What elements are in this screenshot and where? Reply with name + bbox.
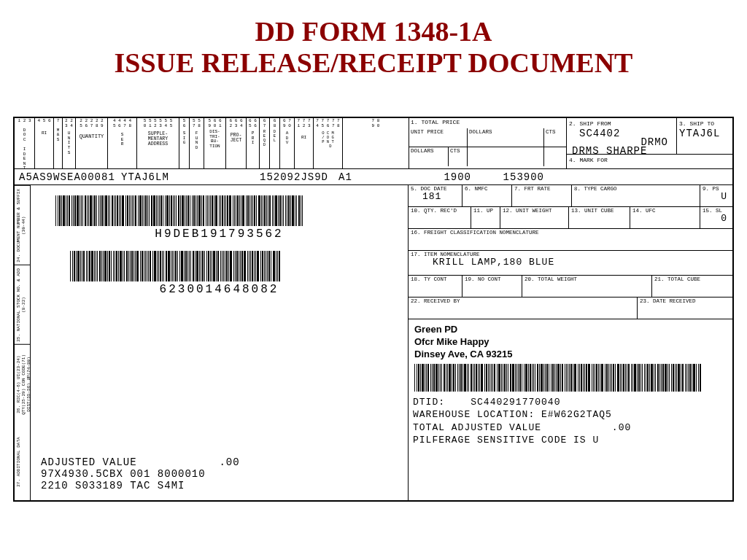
cts-label-2: CTS [449,147,468,166]
total-price-label: 1. TOTAL PRICE [411,119,460,125]
psc-line: PILFERAGE SENSITIVE CODE IS U [413,435,599,446]
left-area: H9DEB191793562 6230014648082 ADJUSTED VA… [31,185,409,502]
f23-lbl: 23. DATE RECEIVED [640,298,730,304]
f15-val: 0 [703,213,727,224]
f7-lbl: 7. FRT RATE [514,186,569,192]
f12-lbl: 12. UNIT WEIGHT [503,208,566,214]
dtid-label: DTID: [413,397,445,408]
unit-price-label: UNIT PRICE [409,128,468,147]
dd-form-1348: 1 2 3DOCIDENT 4 5 6RI 7M&S 2 23 4UNITS 2… [13,117,734,502]
f18-lbl: 18. TY CONT [411,276,460,282]
barcode-3 [414,364,727,392]
adjusted-value-line: ADJUSTED VALUE .00 [41,456,398,468]
code-line-1: 97X4930.5CBX 001 8000010 [41,468,398,480]
side-labels: 24. DOCUMENT NUMBER & SUFFIX (30-44) 25.… [15,185,31,502]
title-line-2: ISSUE RELEASE/RECEIPT DOCUMENT [0,47,747,79]
side-24: 24. DOCUMENT NUMBER & SUFFIX (30-44) [15,185,30,265]
f8-lbl: 8. TYPE CARGO [574,186,697,192]
barcode-2 [70,251,311,281]
supp-addr-val: YTAJ6LM [121,171,260,182]
ea-qty-val: EA00081 [67,171,121,182]
ship-box: 2. SHIP FROM SC4402 DRMO DRMS SHARPE 3. … [567,118,732,168]
f22-lbl: 22. RECEIVED BY [411,298,635,304]
dtid-val: SC440291770040 [471,397,560,408]
n1900-val: 1900 [407,171,471,182]
barcode-2-label: 6230014648082 [41,283,398,296]
proj-val: 152092JS9D [260,171,338,182]
f10-lbl: 10. QTY. REC'D [411,208,468,214]
cts-label: CTS [544,128,566,147]
barcode-1-label: H9DEB191793562 [41,228,398,241]
f16-lbl: 16. FREIGHT CLASSIFICATION NOMENCLATURE [411,230,730,236]
f17-val: KRILL LAMP,180 BLUE [433,257,730,268]
f19-lbl: 19. NO CONT [465,276,519,282]
f14-lbl: 14. UFC [632,208,697,214]
doc-ident-val: A5AS9WS [19,171,67,182]
side-25: 25. NATIONAL STOCK NO. & ADD (8-22) [15,265,30,344]
f9-val: U [703,191,727,202]
mark-for-label: 4. MARK FOR [569,157,608,163]
tav-line: TOTAL ADJUSTED VALUE .00 [413,422,631,433]
dollars-label-2: DOLLARS [409,147,449,166]
f6-lbl: 6. NMFC [465,186,509,192]
data-line: A5AS9WS EA00081 YTAJ6LM 152092JS9D A1 19… [15,169,732,185]
a1-val: A1 [338,171,407,182]
addr-l2: Ofcr Mike Happy [414,336,732,349]
top-row: 1 2 3DOCIDENT 4 5 6RI 7M&S 2 23 4UNITS 2… [15,118,732,169]
lower-section: 24. DOCUMENT NUMBER & SUFFIX (30-44) 25.… [15,185,732,502]
f20-lbl: 20. TOTAL WEIGHT [525,276,649,282]
title-line-1: DD FORM 1348-1A [0,16,747,47]
addr-l1: Green PD [414,324,732,336]
ship-to-label: 3. SHIP TO [679,120,714,127]
price-box: 1. TOTAL PRICE UNIT PRICE DOLLARS CTS DO… [409,118,567,168]
f5-val: 181 [422,191,460,202]
column-grid-header: 1 2 3DOCIDENT 4 5 6RI 7M&S 2 23 4UNITS 2… [15,118,409,168]
dollars-label: DOLLARS [468,128,544,147]
ship-to-val: YTAJ6L [679,128,730,139]
right-grid: 5. DOC DATE181 6. NMFC 7. FRT RATE 8. TY… [409,185,732,502]
ship-from-label: 2. SHIP FROM [569,120,611,127]
warehouse-line: WAREHOUSE LOCATION: E#W62G2TAQ5 [413,409,612,420]
side-26: 26. RIC(4-6) UI(23-24) QTY(25-29) CON CO… [15,344,30,424]
f13-lbl: 13. UNIT CUBE [571,208,627,214]
addr-l3: Dinsey Ave, CA 93215 [414,349,732,361]
barcode-1 [55,195,333,226]
f21-lbl: 21. TOTAL CUBE [654,276,730,282]
page-title: DD FORM 1348-1A ISSUE RELEASE/RECEIPT DO… [0,0,747,78]
recipient-address: Green PD Ofcr Mike Happy Dinsey Ave, CA … [414,324,732,361]
code-line-2: 2210 S033189 TAC S4MI [41,480,398,491]
n153900-val: 153900 [471,171,544,182]
f11-lbl: 11. UP [473,208,498,214]
side-27: 27. ADDITIONAL DATA [15,423,30,502]
